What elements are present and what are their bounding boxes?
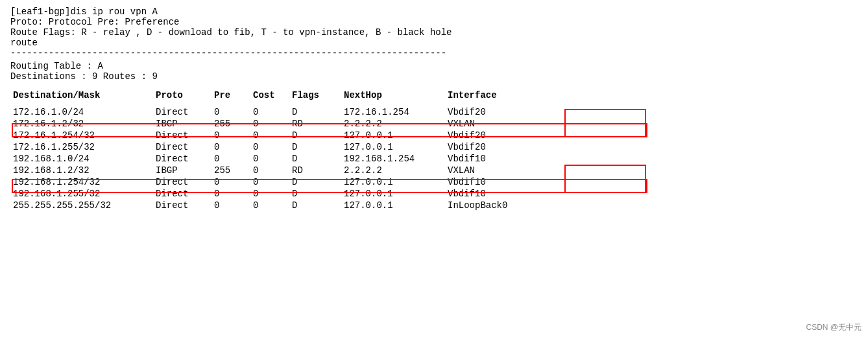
separator-line: ----------------------------------------… bbox=[10, 48, 858, 58]
routes-label: Routes : 9 bbox=[103, 71, 158, 82]
destinations-routes-line: Destinations : 9 Routes : 9 bbox=[10, 71, 858, 82]
routing-table-label: Routing Table : A bbox=[10, 61, 858, 71]
prompt-line: [Leaf1-bgp]dis ip rou vpn A bbox=[10, 6, 858, 17]
col-header-dest: Destination/Mask bbox=[10, 89, 153, 101]
proto-line: Proto: Protocol Pre: Preference bbox=[10, 17, 858, 27]
terminal-container: [Leaf1-bgp]dis ip rou vpn A Proto: Proto… bbox=[10, 6, 858, 211]
table-row: 192.168.1.0/24Direct00D192.168.1.254Vbdi… bbox=[10, 153, 549, 165]
route-continuation: route bbox=[10, 38, 858, 48]
red-box-iface-col2 bbox=[564, 165, 646, 193]
table-row: 172.16.1.255/32Direct00D127.0.0.1Vbdif20 bbox=[10, 141, 549, 153]
col-header-flags: Flags bbox=[289, 89, 341, 101]
col-header-pre: Pre bbox=[211, 89, 250, 101]
table-row: 255.255.255.255/32Direct00D127.0.0.1InLo… bbox=[10, 200, 549, 211]
flags-line: Route Flags: R - relay , D - download to… bbox=[10, 27, 858, 38]
col-header-nexthop: NextHop bbox=[341, 89, 445, 101]
red-box-iface-col bbox=[564, 109, 646, 137]
table-row: 192.168.1.254/32Direct00D127.0.0.1Vbdif1… bbox=[10, 176, 549, 188]
table-section: Destination/Mask Proto Pre Cost Flags Ne… bbox=[10, 89, 858, 211]
routing-table: Destination/Mask Proto Pre Cost Flags Ne… bbox=[10, 89, 549, 211]
table-row: 172.16.1.254/32Direct00D127.0.0.1Vbdif20 bbox=[10, 130, 549, 141]
col-header-cost: Cost bbox=[250, 89, 289, 101]
col-header-proto: Proto bbox=[153, 89, 211, 101]
table-row: 172.16.1.2/32IBGP2550RD2.2.2.2VXLAN bbox=[10, 118, 549, 130]
col-header-iface: Interface bbox=[445, 89, 549, 101]
table-row: 192.168.1.255/32Direct00D127.0.0.1Vbdif1… bbox=[10, 188, 549, 200]
watermark: CSDN @无中元 bbox=[806, 322, 862, 333]
route-table-body: 172.16.1.0/24Direct00D172.16.1.254Vbdif2… bbox=[10, 106, 549, 211]
table-row: 192.168.1.2/32IBGP2550RD2.2.2.2VXLAN bbox=[10, 165, 549, 176]
table-header-row: Destination/Mask Proto Pre Cost Flags Ne… bbox=[10, 89, 549, 101]
table-row: 172.16.1.0/24Direct00D172.16.1.254Vbdif2… bbox=[10, 106, 549, 118]
destinations-label: Destinations : 9 bbox=[10, 71, 97, 82]
